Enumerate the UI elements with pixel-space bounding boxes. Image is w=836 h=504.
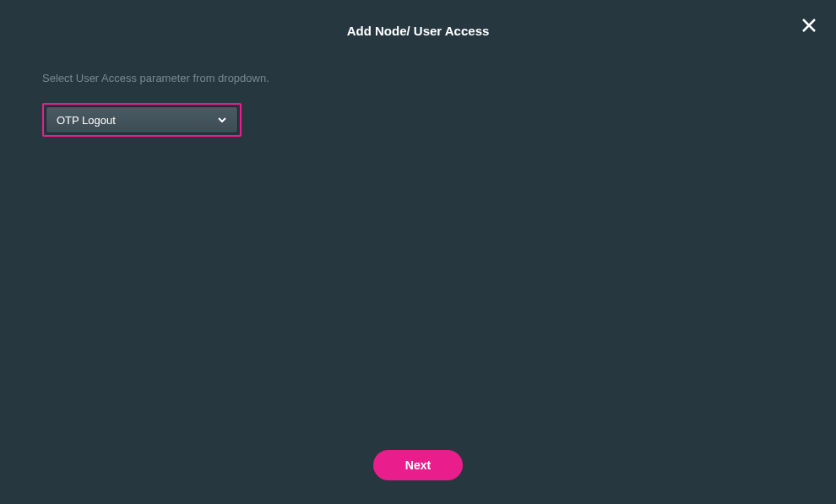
next-button[interactable]: Next xyxy=(373,450,463,480)
chevron-down-icon xyxy=(217,115,227,125)
close-button[interactable] xyxy=(799,17,819,37)
modal-title: Add Node/ User Access xyxy=(0,24,836,38)
user-access-dropdown[interactable]: OTP Logout xyxy=(46,106,238,133)
modal-footer: Next xyxy=(0,450,836,480)
dropdown-highlight: OTP Logout xyxy=(42,103,242,137)
add-node-modal: Add Node/ User Access Select User Access… xyxy=(0,0,836,504)
close-icon xyxy=(801,18,817,36)
modal-content: Select User Access parameter from dropdo… xyxy=(0,72,836,137)
instruction-text: Select User Access parameter from dropdo… xyxy=(42,72,794,84)
dropdown-selected-value: OTP Logout xyxy=(57,114,217,127)
